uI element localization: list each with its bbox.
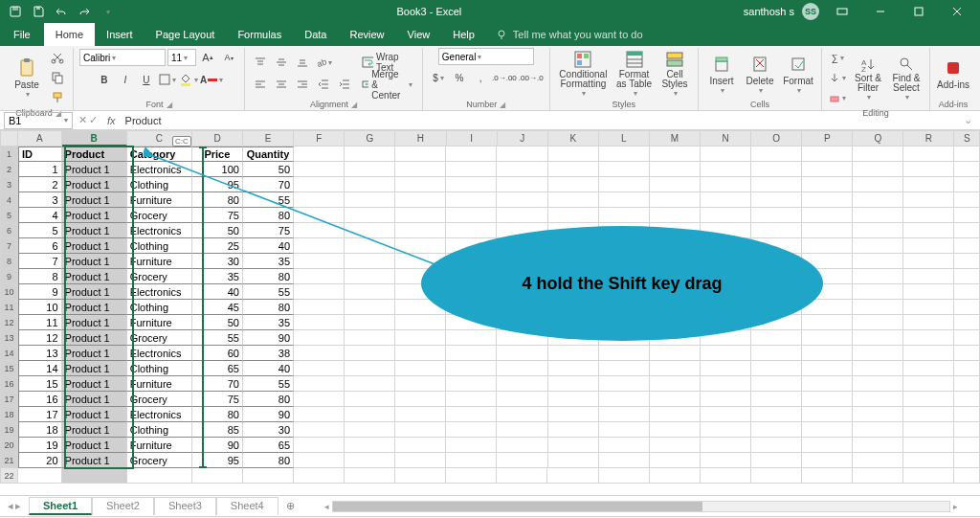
cell[interactable] [903, 422, 954, 438]
cell[interactable] [853, 422, 903, 438]
decrease-font-icon[interactable]: A▾ [219, 48, 238, 67]
cell[interactable] [599, 468, 650, 484]
cell[interactable] [853, 468, 903, 484]
cell[interactable]: 7 [18, 254, 62, 269]
alignment-launcher-icon[interactable]: ◢ [351, 101, 357, 109]
cell[interactable] [802, 162, 853, 177]
align-top-icon[interactable] [251, 53, 270, 72]
autosave-icon[interactable] [6, 2, 25, 21]
cell[interactable] [446, 346, 497, 361]
cell[interactable] [345, 284, 395, 300]
border-button[interactable] [158, 70, 177, 89]
tell-me[interactable]: Tell me what you want to do [486, 29, 653, 40]
cell[interactable] [954, 407, 980, 422]
cell[interactable] [751, 468, 802, 484]
increase-decimal-icon[interactable]: .0→.00 [492, 68, 517, 87]
cell[interactable] [650, 438, 701, 453]
cell[interactable] [954, 269, 980, 284]
cell[interactable] [903, 238, 954, 254]
row-header[interactable]: 5 [0, 208, 18, 223]
column-header-M[interactable]: M [650, 130, 701, 146]
align-center-icon[interactable] [272, 75, 291, 94]
cell[interactable] [954, 254, 980, 269]
cell[interactable] [548, 177, 599, 192]
cell[interactable] [395, 407, 446, 422]
cell[interactable] [650, 208, 701, 223]
align-left-icon[interactable] [251, 75, 270, 94]
cell[interactable]: 6 [18, 238, 62, 254]
cell[interactable]: Product 1 [62, 162, 127, 177]
cell[interactable] [497, 346, 547, 361]
cell[interactable]: 35 [243, 315, 294, 330]
cell[interactable] [497, 438, 547, 453]
column-header-F[interactable]: F [294, 130, 345, 146]
cell[interactable] [294, 346, 345, 361]
cell[interactable] [650, 453, 701, 468]
cell[interactable]: Electronics [127, 407, 192, 422]
cell[interactable] [701, 407, 751, 422]
cell[interactable] [751, 453, 802, 468]
cell[interactable] [751, 361, 802, 376]
font-name-combo[interactable]: Calibri [79, 49, 166, 66]
cell[interactable]: Product 1 [62, 422, 127, 438]
cell[interactable] [954, 192, 980, 208]
cell-styles-button[interactable]: Cell Styles [657, 50, 692, 98]
cell[interactable] [599, 392, 650, 407]
close-icon[interactable] [942, 2, 972, 21]
cell[interactable] [903, 453, 954, 468]
cell[interactable]: Furniture [127, 315, 192, 330]
bold-button[interactable]: B [95, 70, 114, 89]
autosum-button[interactable]: ∑ [828, 48, 847, 67]
sheet-tab-sheet2[interactable]: Sheet2 [92, 497, 154, 515]
cell[interactable] [294, 376, 345, 392]
cell[interactable] [903, 146, 954, 162]
cell[interactable] [802, 238, 853, 254]
cell[interactable]: Grocery [127, 392, 192, 407]
cell[interactable] [127, 468, 192, 484]
cell[interactable] [294, 407, 345, 422]
save-icon[interactable] [29, 2, 48, 21]
row-header[interactable]: 7 [0, 238, 18, 254]
cell[interactable] [903, 284, 954, 300]
cell[interactable] [853, 407, 903, 422]
cell[interactable] [701, 422, 751, 438]
cell[interactable]: Product 1 [62, 269, 127, 284]
cell[interactable] [853, 208, 903, 223]
cell[interactable] [650, 361, 701, 376]
cancel-formula-icon[interactable]: ✕ [78, 114, 87, 126]
cell[interactable] [903, 300, 954, 315]
cell[interactable]: Electronics [127, 346, 192, 361]
cell[interactable] [853, 254, 903, 269]
undo-icon[interactable] [52, 2, 71, 21]
cell[interactable]: 15 [18, 376, 62, 392]
cell[interactable]: 18 [18, 422, 62, 438]
cell[interactable] [954, 284, 980, 300]
cell[interactable] [345, 422, 395, 438]
column-header-I[interactable]: I [447, 130, 498, 146]
cell[interactable] [802, 438, 853, 453]
cell[interactable] [18, 468, 62, 484]
cell[interactable] [294, 453, 345, 468]
cell[interactable]: Product 1 [62, 254, 127, 269]
cell[interactable]: 38 [243, 346, 294, 361]
cell[interactable] [903, 438, 954, 453]
cell[interactable]: 30 [243, 422, 294, 438]
redo-icon[interactable] [75, 2, 94, 21]
cell[interactable] [345, 376, 395, 392]
cell[interactable] [548, 392, 599, 407]
cell[interactable]: 45 [192, 300, 243, 315]
cell[interactable] [954, 392, 980, 407]
cell[interactable] [751, 422, 802, 438]
row-header[interactable]: 1 [0, 146, 18, 162]
cell[interactable] [599, 422, 650, 438]
cell[interactable] [395, 453, 446, 468]
cell[interactable] [497, 146, 547, 162]
cell[interactable] [802, 208, 853, 223]
menu-tab-review[interactable]: Review [338, 23, 395, 46]
column-header-G[interactable]: G [345, 130, 395, 146]
cell[interactable] [599, 346, 650, 361]
minimize-icon[interactable] [865, 2, 896, 21]
cell[interactable] [853, 162, 903, 177]
cell[interactable]: 90 [243, 407, 294, 422]
cell[interactable]: 80 [243, 453, 294, 468]
